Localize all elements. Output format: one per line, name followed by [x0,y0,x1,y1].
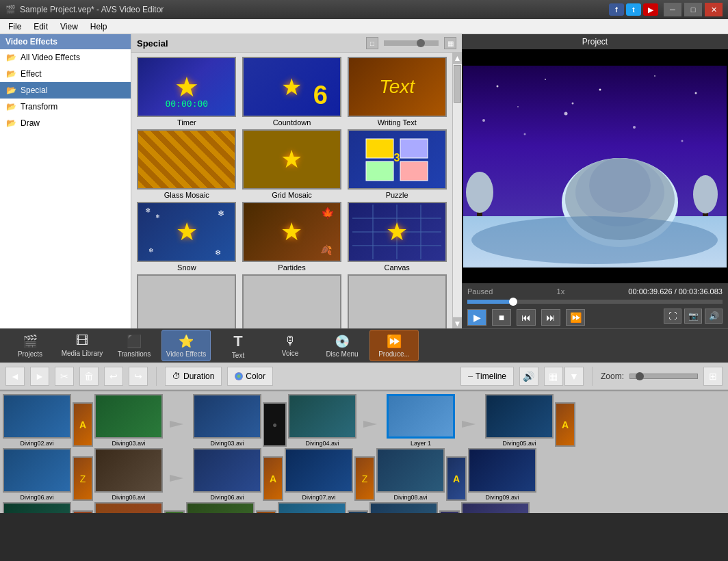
grid-view-dropdown[interactable]: ▼ [564,367,584,386]
tl-redo-btn[interactable]: ↪ [129,367,148,386]
grid-view-btn[interactable]: ▦ [544,367,563,386]
film-item-trans12[interactable]: Z [256,510,276,513]
film-item-diving06a[interactable]: Diving06.avi [3,448,71,501]
video-effects-btn[interactable]: ⭐ Video Effects [161,330,211,361]
film-item-trans6b[interactable]: A [263,456,283,501]
film-item-trans-photo[interactable]: ○ [348,510,368,513]
text-btn[interactable]: T Text [213,330,263,361]
twitter-btn[interactable]: t [626,3,641,16]
color-btn[interactable]: Color [227,367,273,386]
stop-button[interactable]: ■ [492,309,511,326]
minimize-button[interactable]: ─ [664,3,681,16]
transitions-btn[interactable]: ⬛ Transitions [109,330,159,361]
fast-forward-button[interactable]: ⏩ [566,309,585,326]
fullscreen-btn[interactable]: ⛶ [664,309,681,324]
play-button[interactable]: ▶ [467,309,486,326]
film-item-trans6a[interactable]: Z [73,456,93,501]
app-icon: 🎬 [5,5,16,14]
tl-forward-btn[interactable]: ► [30,367,49,386]
film-item-layer1[interactable]: Layer 1 [387,394,455,447]
menu-help[interactable]: Help [85,21,113,33]
film-item-diving08[interactable]: Diving08.avi [376,448,445,501]
sidebar-item-all[interactable]: 📂 All Video Effects [0,49,131,66]
film-item-diving03[interactable]: Diving03.avi [94,394,163,447]
film-item-diving09[interactable]: Diving09.avi [468,448,536,501]
film-item-diving12[interactable]: Diving12.avi [186,502,255,513]
effect-countdown[interactable]: ★ 6 Countdown [241,57,343,127]
menu-edit[interactable]: Edit [28,21,53,33]
film-item-trans5[interactable]: A [555,402,575,447]
zoom-handle[interactable] [636,372,644,380]
snapshot-btn[interactable]: 📷 [684,309,702,324]
film-item-photo10[interactable]: photo10.jpg [278,502,346,513]
prev-button[interactable]: ⏮ [517,309,536,326]
film-item-trans-photo2[interactable]: ● [439,510,460,513]
effect-particles[interactable]: ★ 🍁 🍂 Partides [241,202,343,272]
sidebar-item-draw[interactable]: 📂 Draw [0,115,131,131]
film-item-blacktrans[interactable]: ● [263,402,287,447]
fit-btn[interactable]: ⊞ [703,367,723,386]
effect-timer[interactable]: ★ 00:00:00 Timer [135,57,238,127]
close-button[interactable]: ✕ [705,3,723,16]
zoom-slider[interactable] [629,374,698,379]
film-item-diving02[interactable]: Diving02.avi [3,394,71,447]
disc-menu-btn[interactable]: 💿 Disc Menu [317,330,367,361]
audio-btn[interactable]: 🔊 [519,367,538,386]
tl-cut-btn[interactable]: ✂ [55,367,74,386]
film-item-trans1[interactable]: A [73,402,93,447]
effects-scrollbar[interactable]: ▲ ▼ [452,53,462,328]
window-controls[interactable]: ─ □ ✕ [664,3,723,16]
film-item-trans11[interactable]: Z [164,510,185,513]
sidebar-item-transform[interactable]: 📂 Transform [0,99,131,115]
film-item-photo11[interactable]: photo11.jpg [461,502,530,513]
social-links[interactable]: f t ▶ [609,3,658,16]
effect-grid-mosaic[interactable]: ★ Grid Mosaic [241,129,343,199]
menu-file[interactable]: File [3,21,27,33]
film-item-diving06c[interactable]: Diving06.avi [193,448,261,501]
progress-bar[interactable] [467,300,723,304]
produce-btn[interactable]: ⏩ Produce... [369,330,419,361]
effect-puzzle[interactable]: 3 Puzzle [346,129,448,199]
film-item-diving11[interactable]: Diving11.avi [94,502,163,513]
sidebar-item-special[interactable]: 📂 Special [0,82,131,99]
media-library-btn[interactable]: 🎞 Media Library [57,330,107,361]
voice-btn[interactable]: 🎙 Voice [265,330,315,361]
tl-delete-btn[interactable]: 🗑 [79,367,99,386]
film-item-diving07[interactable]: Diving07.avi [285,448,353,501]
effect-placeholder-2[interactable] [241,274,343,328]
effect-writing-text[interactable]: Text Writing Text [346,57,448,127]
film-item-diving10[interactable]: Diving10.avi [3,502,71,513]
next-button[interactable]: ⏭ [541,309,560,326]
facebook-btn[interactable]: f [609,3,624,16]
scroll-thumb[interactable] [454,65,461,103]
film-item-trans7[interactable]: Z [354,456,375,501]
scroll-down-btn[interactable]: ▼ [453,317,462,328]
duration-btn[interactable]: ⏱ Duration [165,367,222,386]
window-title: 🎬 Sample Project.vep* - AVS Video Editor [5,5,164,14]
film-item-photo08[interactable]: photo08.jpg [369,502,438,513]
tl-back-btn[interactable]: ◄ [5,367,25,386]
sidebar-item-effect[interactable]: 📂 Effect [0,66,131,82]
film-item-diving05[interactable]: Diving05.avi [485,394,554,447]
tl-undo-btn[interactable]: ↩ [104,367,123,386]
timeline-mode-btn[interactable]: ⏤ Timeline [460,367,514,386]
scroll-up-btn[interactable]: ▲ [453,53,462,64]
maximize-button[interactable]: □ [684,3,702,16]
view-small-btn[interactable]: □ [366,37,378,49]
film-item-trans8[interactable]: A [446,456,467,501]
effect-glass-mosaic[interactable]: Glass Mosaic [135,129,238,199]
youtube-btn[interactable]: ▶ [643,3,658,16]
film-item-diving04[interactable]: Diving04.avi [288,394,356,447]
volume-btn[interactable]: 🔊 [705,309,723,324]
film-item-diving06b[interactable]: Diving06.avi [94,448,163,501]
view-large-btn[interactable]: ▦ [444,37,456,49]
effect-placeholder-1[interactable] [135,274,238,328]
film-item-trans10[interactable]: ⚠ [73,510,93,513]
film-item-diving03b[interactable]: Diving03.avi [193,394,261,447]
effect-snow[interactable]: ★ ❄ ❄ ❄ ❄ ❄ Snow [135,202,238,272]
effect-canvas[interactable]: ★ Canvas [346,202,448,272]
projects-btn[interactable]: 🎬 Projects [5,330,55,361]
menu-view[interactable]: View [55,21,83,33]
progress-handle[interactable] [509,298,517,306]
effect-placeholder-3[interactable] [346,274,448,328]
